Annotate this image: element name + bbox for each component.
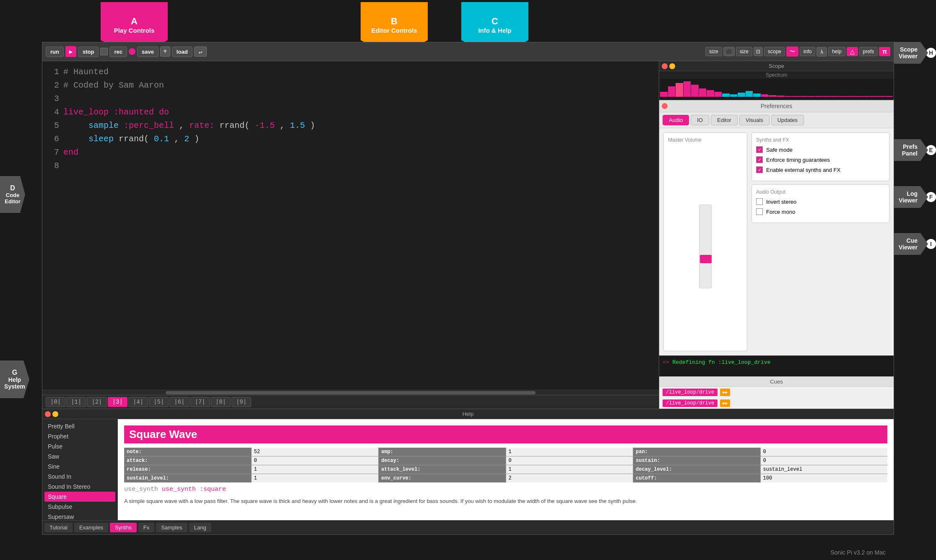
help-item-prettybell[interactable]: Pretty Bell xyxy=(44,421,115,431)
prefs-tab-updates[interactable]: Updates xyxy=(771,115,804,125)
volume-handle[interactable] xyxy=(700,255,712,263)
help-tab-synths[interactable]: Synths xyxy=(110,523,137,532)
help-tab-fx[interactable]: Fx xyxy=(138,523,154,532)
tab-8[interactable]: |8| xyxy=(211,397,231,407)
tab-2[interactable]: |2| xyxy=(87,397,107,407)
help-tab-tutorial[interactable]: Tutorial xyxy=(44,523,73,532)
help-item-saw[interactable]: Saw xyxy=(44,451,115,461)
horizontal-scrollbar[interactable] xyxy=(42,390,659,395)
synth-title: Square Wave xyxy=(124,425,887,443)
param-sustainlevel-value: 1 xyxy=(252,474,379,482)
app-window: run ▶ stop rec save + load ↵ size ⬛ size… xyxy=(42,42,894,535)
help-delta-button[interactable]: △ xyxy=(847,47,858,56)
rec-button[interactable]: rec xyxy=(109,47,127,57)
rec-dot-icon[interactable] xyxy=(129,48,135,55)
pi-button[interactable]: π xyxy=(879,47,890,56)
main-content: 1# Haunted 2# Coded by Sam Aaron 3 4 liv… xyxy=(42,61,894,409)
tab-6[interactable]: |6| xyxy=(169,397,189,407)
force-mono-checkbox[interactable]: Force mono xyxy=(756,208,885,215)
prefs-tabs: Audio IO Editor Visuals Updates xyxy=(659,112,894,128)
param-decay-label: decay: xyxy=(379,456,506,465)
help-close-red[interactable] xyxy=(45,411,51,417)
load-button[interactable]: load xyxy=(172,47,192,57)
force-mono-checkbox-box[interactable] xyxy=(756,208,763,215)
help-item-square[interactable]: Square xyxy=(44,492,115,502)
tab-bar: |0| |1| |2| |3| |4| |5| |6| |7| |8| |9| xyxy=(42,395,659,409)
safe-mode-checkbox-box[interactable]: ✓ xyxy=(756,146,763,153)
help-button[interactable]: help xyxy=(828,47,845,56)
prefs-close-button[interactable] xyxy=(662,103,668,109)
help-item-soundin[interactable]: Sound In xyxy=(44,472,115,482)
prefs-tab-io[interactable]: IO xyxy=(691,115,709,125)
prefs-tab-editor[interactable]: Editor xyxy=(711,115,738,125)
run-icon[interactable]: ▶ xyxy=(65,46,76,57)
help-item-prophet[interactable]: Prophet xyxy=(44,431,115,441)
load-arrow-icon[interactable]: ↵ xyxy=(194,47,207,57)
prefs-tab-visuals[interactable]: Visuals xyxy=(739,115,770,125)
tab-0[interactable]: |0| xyxy=(46,397,65,407)
invert-stereo-checkbox[interactable]: Invert stereo xyxy=(756,198,885,205)
run-button[interactable]: run xyxy=(46,47,64,57)
cue-item-1: /live_loop/drive ▶▶ xyxy=(659,387,894,398)
external-synths-checkbox[interactable]: ✓ Enable external synths and FX xyxy=(756,166,885,173)
param-note-value: 52 xyxy=(252,448,379,456)
help-title: Help xyxy=(463,411,474,417)
invert-stereo-checkbox-box[interactable] xyxy=(756,198,763,205)
tab-5[interactable]: |5| xyxy=(149,397,169,407)
code-editor[interactable]: 1# Haunted 2# Coded by Sam Aaron 3 4 liv… xyxy=(42,61,659,390)
arrow-d: D CodeEditor xyxy=(0,176,25,213)
force-mono-label: Force mono xyxy=(766,209,795,215)
cue-label-1: /live_loop/drive xyxy=(663,389,718,396)
size-font-button[interactable]: ⬛ xyxy=(723,47,735,56)
prefs-content: Master Volume Synths and FX xyxy=(659,128,894,355)
plus-icon[interactable]: + xyxy=(160,47,170,57)
help-item-soundinstereo[interactable]: Sound In Stereo xyxy=(44,482,115,492)
help-item-subpulse[interactable]: Subpulse xyxy=(44,502,115,512)
log-prompt: => xyxy=(663,359,669,366)
prefs-button[interactable]: prefs xyxy=(859,47,878,56)
tab-4[interactable]: |4| xyxy=(128,397,148,407)
size2-button[interactable]: size xyxy=(736,47,752,56)
cue-icon-1: ▶▶ xyxy=(720,389,730,396)
tab-1[interactable]: |1| xyxy=(66,397,86,407)
safe-mode-checkbox[interactable]: ✓ Safe mode xyxy=(756,146,885,153)
param-pan-label: pan: xyxy=(633,448,760,456)
volume-slider[interactable] xyxy=(699,205,712,288)
prefs-right: Synths and FX ✓ Safe mode ✓ xyxy=(751,132,889,351)
tab-7[interactable]: |7| xyxy=(190,397,210,407)
save-button[interactable]: save xyxy=(137,47,159,57)
info-button[interactable]: info xyxy=(800,47,815,56)
prefs-tab-audio[interactable]: Audio xyxy=(663,115,689,125)
timing-checkbox[interactable]: ✓ Enforce timing guarantees xyxy=(756,156,885,163)
help-close-yellow[interactable] xyxy=(52,411,58,417)
help-tab-examples[interactable]: Examples xyxy=(74,523,108,532)
tab-9[interactable]: |9| xyxy=(231,397,251,407)
prefs-panel: Preferences Audio IO Editor Visuals Upda… xyxy=(659,100,894,355)
scope-close-red[interactable] xyxy=(662,63,668,69)
scope-button[interactable]: scope xyxy=(764,47,785,56)
log-viewer: => Redefining fn :live_loop_drive xyxy=(659,355,894,376)
help-tab-lang[interactable]: Lang xyxy=(189,523,211,532)
help-item-pulse[interactable]: Pulse xyxy=(44,441,115,451)
audio-output-section: Audio Output Invert stereo Force mono xyxy=(751,184,889,223)
size2-font-button[interactable]: ⊡ xyxy=(754,47,763,56)
help-item-sine[interactable]: Sine xyxy=(44,461,115,472)
scope-close-yellow[interactable] xyxy=(669,63,675,69)
lambda-button[interactable]: λ xyxy=(816,47,827,57)
external-synths-checkbox-box[interactable]: ✓ xyxy=(756,166,763,173)
help-tab-samples[interactable]: Samples xyxy=(156,523,187,532)
cues-panel: Cues /live_loop/drive ▶▶ /live_loop/driv… xyxy=(659,376,894,409)
scope-wave-button[interactable]: 〜 xyxy=(786,47,798,57)
help-main-area: Square Wave note: 52 amp: 1 pan: 0 attac… xyxy=(118,419,894,512)
stop-icon[interactable] xyxy=(100,48,108,55)
stop-button[interactable]: stop xyxy=(78,47,99,57)
size-button[interactable]: size xyxy=(705,47,722,56)
param-note-label: note: xyxy=(124,448,251,456)
param-decay-value: 0 xyxy=(506,456,633,465)
tab-3[interactable]: |3| xyxy=(108,397,127,407)
help-item-supersaw[interactable]: Supersaw xyxy=(44,512,115,520)
param-cutoff-value: 100 xyxy=(761,474,888,482)
timing-checkbox-box[interactable]: ✓ xyxy=(756,156,763,163)
volume-slider-container xyxy=(668,146,743,347)
param-release-value: 1 xyxy=(252,465,379,474)
